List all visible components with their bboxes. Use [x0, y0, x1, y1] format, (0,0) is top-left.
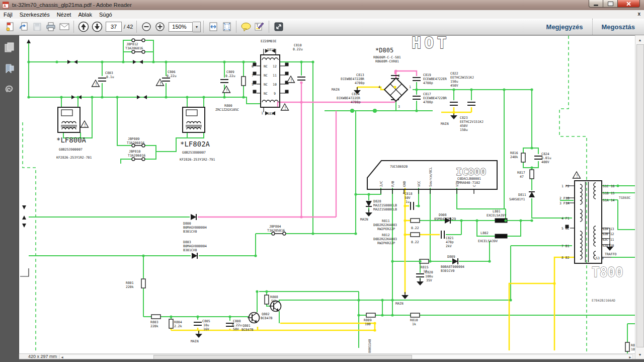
svg-text:!: !	[290, 79, 293, 83]
svg-text:D811: D811	[518, 193, 526, 197]
adobe-reader-window: A tx-32lm70_chassis_glp21ma.pdf - Adobe …	[0, 0, 644, 362]
svg-text:T3A206016: T3A206016	[125, 46, 143, 50]
comment-icon	[240, 22, 252, 32]
svg-text:C808: C808	[233, 319, 241, 323]
zoom-level-dropdown-button[interactable]: ▼	[193, 22, 201, 32]
zoom-out-icon	[141, 22, 151, 32]
vertical-scrollbar[interactable]: ▲ ▼	[635, 35, 644, 359]
svg-text:S2A 13: S2A 13	[602, 227, 614, 231]
svg-text:100u: 100u	[425, 274, 433, 278]
svg-text:G0B253900007: G0B253900007	[59, 148, 83, 152]
close-button[interactable]	[617, 0, 640, 8]
titlebar[interactable]: A tx-32lm70_chassis_glp21ma.pdf - Adobe …	[0, 0, 644, 11]
zoom-in-button[interactable]	[153, 20, 167, 34]
svg-text:10: 10	[273, 83, 277, 87]
email-button[interactable]	[57, 20, 71, 34]
menu-item-szerkesztes[interactable]: Szerkesztés	[16, 11, 53, 18]
svg-text:11: 11	[273, 74, 277, 78]
fit-width-icon	[208, 22, 218, 32]
svg-text:450V: 450V	[460, 124, 468, 128]
svg-text:D828: D828	[373, 199, 381, 203]
svg-text:50V: 50V	[405, 196, 411, 200]
svg-text:MA2Z1S000CLB: MA2Z1S000CLB	[373, 203, 397, 207]
menu-item-sugo[interactable]: Súgó	[96, 11, 116, 18]
svg-text:JBP804: JBP804	[269, 225, 281, 229]
svg-text:NC: NC	[264, 92, 268, 96]
svg-text:R800: R800	[224, 104, 232, 108]
svg-text:MAIN: MAIN	[191, 339, 199, 343]
fit-width-button[interactable]	[206, 20, 220, 34]
svg-text:R804: R804	[174, 320, 182, 324]
sign-button[interactable]: T	[253, 20, 266, 34]
share-panel-button[interactable]: Megosztás	[592, 19, 644, 35]
svg-text:10u: 10u	[203, 323, 209, 327]
navigation-sidebar	[0, 35, 19, 362]
svg-text:EZ28M03E: EZ28M03E	[261, 39, 276, 43]
comment-button[interactable]	[239, 20, 253, 34]
fit-page-button[interactable]	[220, 20, 233, 34]
save-button[interactable]	[30, 20, 44, 34]
svg-text:ZRC1Z2GX105C: ZRC1Z2GX105C	[215, 108, 239, 112]
svg-text:05M042TPA29: 05M042TPA29	[434, 217, 456, 221]
svg-text:R808: R808	[270, 295, 278, 299]
svg-text:GND: GND	[403, 181, 407, 187]
svg-text:7: 7	[252, 74, 254, 78]
svg-text:2: 2	[398, 74, 400, 78]
bookmarks-button[interactable]	[0, 60, 19, 78]
comment-panel-button[interactable]: Megjegyzés	[537, 19, 592, 35]
scroll-down-arrow[interactable]: ▼	[637, 351, 643, 357]
svg-text:R811: R811	[382, 219, 390, 223]
menu-item-fajl[interactable]: Fájl	[0, 11, 16, 18]
svg-text:B0BA8T000004: B0BA8T000004	[441, 265, 464, 269]
zoom-out-button[interactable]	[139, 20, 153, 34]
zoom-level-value[interactable]: 150%	[169, 22, 193, 32]
svg-text:RB608M-CXR01: RB608M-CXR01	[375, 59, 399, 63]
sidebar-bottom-corner	[0, 353, 19, 362]
maximize-button[interactable]	[603, 0, 617, 8]
svg-text:R815: R815	[421, 265, 429, 269]
print-icon	[46, 22, 56, 32]
attachments-button[interactable]	[0, 82, 19, 99]
menu-item-nezet[interactable]: Nézet	[53, 11, 75, 18]
svg-text:C: C	[472, 185, 476, 187]
svg-text:240k: 240k	[510, 155, 518, 159]
svg-text:R810: R810	[410, 318, 418, 322]
svg-text:150u: 150u	[450, 80, 458, 84]
print-button[interactable]	[44, 20, 57, 34]
svg-text:TG868C: TG868C	[619, 196, 631, 200]
page-thumbnails-button[interactable]	[0, 39, 19, 56]
menubar-close-button[interactable]: x	[637, 11, 640, 17]
vertical-scrollbar-thumb[interactable]	[636, 44, 644, 347]
page-thumbnails-icon	[4, 42, 15, 54]
svg-text:C814: C814	[352, 92, 360, 96]
svg-text:D0D2R22KA003: D0D2R22KA003	[373, 223, 397, 227]
page-total-label: / 42	[124, 24, 133, 30]
svg-text:KF2826-253Y1R2-791: KF2826-253Y1R2-791	[180, 158, 215, 162]
svg-text:9: 9	[274, 92, 276, 96]
svg-text:S2C 11: S2C 11	[602, 238, 614, 242]
svg-text:4 P1: 4 P1	[561, 216, 570, 221]
svg-text:R8: R8	[631, 343, 635, 347]
svg-text:0.22u: 0.22u	[167, 74, 177, 78]
document-viewport[interactable]: !!!!!!!JBP812T3A206016C8030.1uC8060.22uC…	[19, 35, 635, 354]
page-number-input[interactable]	[106, 22, 122, 32]
scroll-up-arrow[interactable]: ▲	[637, 37, 643, 43]
menu-item-ablak[interactable]: Ablak	[74, 11, 96, 18]
svg-text:2.2k: 2.2k	[174, 324, 182, 328]
fullscreen-button[interactable]	[272, 20, 285, 34]
svg-text:NC: NC	[264, 64, 268, 68]
svg-text:5AR501Y1: 5AR501Y1	[509, 197, 525, 201]
save-copy-button[interactable]	[17, 20, 30, 34]
svg-text:16V: 16V	[203, 327, 209, 331]
svg-text:4700p: 4700p	[355, 81, 365, 85]
svg-text:MA2Z1S000CLB: MA2Z1S000CLB	[373, 207, 397, 211]
svg-text:Source/OCL: Source/OCL	[429, 167, 433, 187]
svg-text:S811: S811	[267, 112, 275, 116]
previous-page-button[interactable]	[76, 20, 90, 34]
next-page-button[interactable]	[90, 20, 104, 34]
svg-text:C817: C817	[423, 92, 431, 96]
svg-text:*C818: *C818	[403, 192, 413, 196]
sign-icon: T	[254, 22, 265, 32]
minimize-button[interactable]	[589, 0, 603, 8]
open-button[interactable]	[3, 20, 17, 34]
